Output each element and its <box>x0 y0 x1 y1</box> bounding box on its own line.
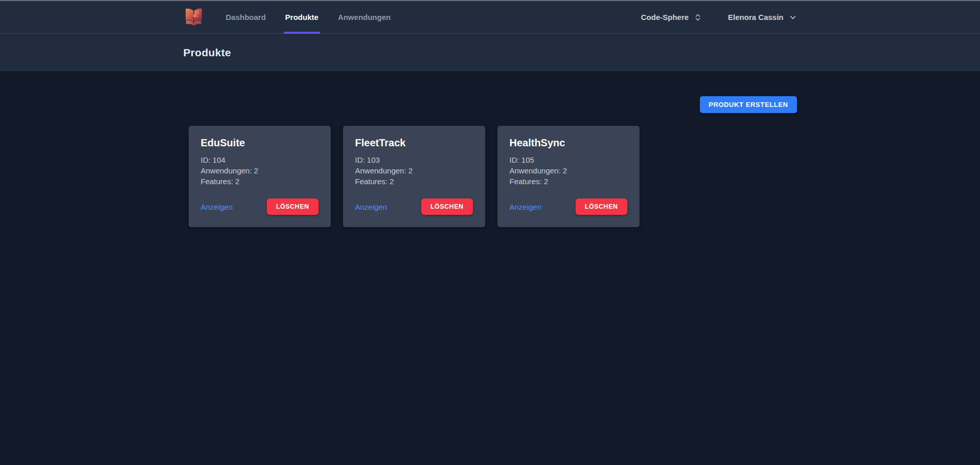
product-apps-count: Anwendungen: 2 <box>201 165 318 176</box>
product-card-edusuite: EduSuite ID: 104 Anwendungen: 2 Features… <box>189 126 331 227</box>
navbar: Dashboard Produkte Anwendungen Code-Sphe… <box>0 1 980 34</box>
card-actions: Anzeigen LÖSCHEN <box>201 198 318 215</box>
tenant-selector[interactable]: Code-Sphere <box>641 13 701 21</box>
chevron-down-icon <box>789 13 797 21</box>
view-product-link[interactable]: Anzeigen <box>355 203 388 211</box>
main-content: PRODUKT ERSTELLEN EduSuite ID: 104 Anwen… <box>0 71 980 465</box>
nav-tab-anwendungen[interactable]: Anwendungen <box>336 1 392 33</box>
user-menu[interactable]: Elenora Cassin <box>728 13 796 21</box>
product-id: ID: 105 <box>510 154 627 165</box>
product-features-count: Features: 2 <box>201 176 318 187</box>
product-card-fleettrack: FleetTrack ID: 103 Anwendungen: 2 Featur… <box>343 126 485 227</box>
primary-nav: Dashboard Produkte Anwendungen <box>216 1 401 33</box>
product-features-count: Features: 2 <box>510 176 627 187</box>
nav-tab-produkte[interactable]: Produkte <box>284 1 320 33</box>
delete-product-button[interactable]: LÖSCHEN <box>421 198 473 215</box>
nav-tab-label: Produkte <box>285 13 318 21</box>
user-name: Elenora Cassin <box>728 13 783 21</box>
product-name: FleetTrack <box>355 137 473 149</box>
product-id: ID: 104 <box>201 154 318 165</box>
product-apps-count: Anwendungen: 2 <box>355 165 473 176</box>
page-title: Produkte <box>184 47 231 59</box>
nav-tab-label: Dashboard <box>226 13 266 21</box>
toolbar: PRODUKT ERSTELLEN <box>184 96 797 113</box>
product-id: ID: 103 <box>355 154 473 165</box>
product-apps-count: Anwendungen: 2 <box>510 165 627 176</box>
product-name: HealthSync <box>510 137 627 149</box>
unfold-more-icon <box>694 13 701 21</box>
app-logo-open-book-icon[interactable] <box>184 6 204 29</box>
active-tab-indicator <box>284 32 320 34</box>
create-product-button[interactable]: PRODUKT ERSTELLEN <box>700 96 796 113</box>
delete-product-button[interactable]: LÖSCHEN <box>576 198 627 215</box>
view-product-link[interactable]: Anzeigen <box>201 203 233 211</box>
page-header: Produkte <box>0 34 980 71</box>
product-card-healthsync: HealthSync ID: 105 Anwendungen: 2 Featur… <box>497 126 640 227</box>
nav-tab-dashboard[interactable]: Dashboard <box>224 1 267 33</box>
delete-product-button[interactable]: LÖSCHEN <box>267 198 318 215</box>
product-name: EduSuite <box>201 137 318 149</box>
product-features-count: Features: 2 <box>355 176 473 187</box>
view-product-link[interactable]: Anzeigen <box>510 203 542 211</box>
nav-tab-label: Anwendungen <box>338 13 391 21</box>
card-actions: Anzeigen LÖSCHEN <box>510 198 627 215</box>
tenant-name: Code-Sphere <box>641 13 689 21</box>
card-actions: Anzeigen LÖSCHEN <box>355 198 473 215</box>
product-card-grid: EduSuite ID: 104 Anwendungen: 2 Features… <box>184 126 797 227</box>
